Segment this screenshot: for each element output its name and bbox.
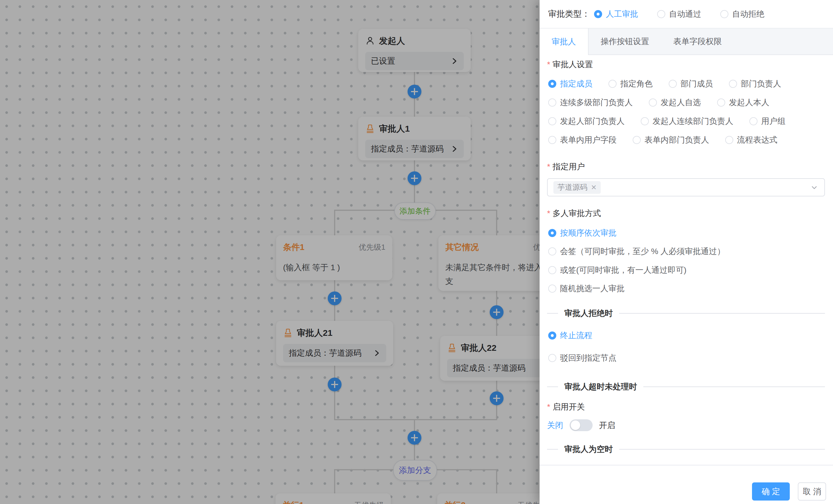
assign-user-select[interactable]: 芋道源码 ✕ (547, 178, 825, 196)
add-branch-button[interactable]: 添加分支 (393, 460, 437, 481)
parallel1-node[interactable]: 并行1 无优先级 (276, 493, 391, 504)
radio-label: 或签(可同时审批，有一人通过即可) (560, 264, 687, 276)
parallel2-title: 并行2 (444, 500, 466, 504)
approver22-node[interactable]: 审批人22 指定成员：芋道源码 (440, 336, 540, 381)
approver-setting-label: 审批人设置 (547, 58, 593, 71)
approver1-node[interactable]: 审批人1 指定成员：芋道源码 (358, 117, 471, 160)
start-node-summary-row[interactable]: 已设置 (365, 52, 464, 70)
radio-label: 人工审批 (606, 8, 638, 20)
chevron-down-icon (810, 183, 818, 192)
stamp-icon (365, 124, 375, 134)
add-node-button[interactable] (408, 171, 421, 185)
stamp-icon (447, 343, 457, 353)
start-node[interactable]: 发起人 已设置 (358, 29, 471, 72)
flow-canvas[interactable]: 发起人 已设置 审批人1 指定成员：芋道源码 (0, 0, 540, 504)
branch-merge-line (334, 419, 497, 420)
approver21-summary-row[interactable]: 指定成员：芋道源码 (283, 344, 386, 362)
radio-dot (548, 331, 556, 339)
radio-manual-approval[interactable]: 人工审批 (594, 8, 638, 20)
divider-line (547, 386, 558, 387)
condition-else-node[interactable]: 其它情况 优先级2 未满足其它条件时，将进入此分支 (438, 235, 540, 291)
radio-sequential-approval[interactable]: 按顺序依次审批 (548, 227, 617, 239)
radio-initiator-self[interactable]: 发起人本人 (717, 97, 769, 108)
radio-initiator-dept-leader[interactable]: 发起人部门负责人 (548, 116, 625, 127)
radio-return-to-node[interactable]: 驳回到指定节点 (548, 352, 617, 364)
radio-user-group[interactable]: 用户组 (749, 116, 785, 127)
tab-button-settings[interactable]: 操作按钮设置 (589, 28, 661, 54)
radio-dot (548, 284, 556, 293)
radio-label: 发起人本人 (729, 97, 769, 108)
chevron-right-icon (451, 57, 458, 65)
approver21-node[interactable]: 审批人21 指定成员：芋道源码 (276, 321, 393, 366)
radio-form-dept-leader[interactable]: 表单内部门负责人 (633, 134, 709, 146)
add-condition-button[interactable]: 添加条件 (394, 202, 436, 220)
parallel2-node[interactable]: 并行2 无优先级 (437, 493, 540, 504)
timeout-section-divider: 审批人超时未处理时 (547, 380, 825, 393)
radio-label: 表单内用户字段 (560, 134, 617, 146)
radio-dot (717, 99, 725, 106)
tab-form-field-permission[interactable]: 表单字段权限 (661, 28, 734, 54)
enable-switch-label: 启用开关 (547, 400, 585, 413)
radio-dot (725, 136, 733, 144)
radio-dot (649, 99, 657, 106)
radio-auto-approve[interactable]: 自动通过 (657, 8, 701, 20)
add-node-button[interactable] (408, 431, 421, 445)
multi-mode-label: 多人审批方式 (547, 207, 601, 220)
radio-multi-level-dept-leader[interactable]: 连续多级部门负责人 (548, 97, 633, 108)
timeout-enable-switch[interactable] (570, 419, 593, 431)
radio-dot (720, 10, 729, 18)
radio-or-sign[interactable]: 或签(可同时审批，有一人通过即可) (548, 264, 687, 276)
start-node-title: 发起人 (379, 36, 405, 46)
cancel-button[interactable]: 取 消 (798, 482, 826, 501)
radio-auto-reject[interactable]: 自动拒绝 (720, 8, 764, 20)
tab-label: 操作按钮设置 (601, 36, 649, 47)
switch-knob (571, 421, 580, 430)
user-tag-label: 芋道源码 (557, 182, 588, 193)
condition1-node[interactable]: 条件1 优先级1 (输入框 等于 1 ) (276, 235, 392, 280)
radio-label: 流程表达式 (737, 134, 777, 146)
radio-label: 指定成员 (560, 78, 592, 90)
radio-process-expression[interactable]: 流程表达式 (725, 134, 777, 146)
parallel2-priority: 无优先级 (517, 500, 540, 504)
stamp-icon (283, 328, 293, 338)
drawer-footer: 确 定 取 消 (540, 465, 833, 504)
radio-initiator-multi-dept-leader[interactable]: 发起人连续部门负责人 (641, 116, 733, 127)
workflow-designer: 发起人 已设置 审批人1 指定成员：芋道源码 (0, 0, 833, 504)
radio-dept-leader[interactable]: 部门负责人 (729, 78, 781, 90)
radio-dot (548, 266, 556, 274)
radio-label: 自动拒绝 (732, 8, 764, 20)
add-node-button[interactable] (490, 305, 503, 319)
radio-label: 自动通过 (669, 8, 701, 20)
approval-settings-drawer: 审批类型： 人工审批 自动通过 自动拒绝 审批人 操作按钮设置 表单字段权限 审… (540, 0, 833, 504)
add-node-button[interactable] (408, 85, 421, 99)
radio-dot (609, 80, 617, 88)
add-node-button[interactable] (490, 392, 503, 405)
radio-label: 随机挑选一人审批 (560, 283, 625, 294)
radio-assigned-role[interactable]: 指定角色 (609, 78, 652, 90)
radio-terminate-process[interactable]: 终止流程 (548, 330, 592, 341)
radio-assigned-member[interactable]: 指定成员 (548, 78, 592, 90)
radio-dot (548, 117, 556, 125)
settings-content[interactable]: 审批人设置 指定成员 指定角色 部门成员 部门负责人 连续多级部门负责人 发起人… (540, 55, 833, 454)
radio-dot (641, 117, 649, 125)
radio-label: 部门负责人 (741, 78, 781, 90)
remove-tag-icon[interactable]: ✕ (591, 184, 597, 191)
reject-section-divider: 审批人拒绝时 (547, 307, 825, 320)
add-node-button[interactable] (328, 378, 341, 392)
radio-label: 发起人部门负责人 (560, 116, 625, 127)
add-node-button[interactable] (328, 292, 341, 305)
tab-approver[interactable]: 审批人 (540, 28, 589, 55)
approver22-summary-row[interactable]: 指定成员：芋道源码 (447, 359, 540, 377)
radio-dot (548, 229, 556, 237)
condition1-expression: (输入框 等于 1 ) (283, 261, 385, 275)
radio-random-one[interactable]: 随机挑选一人审批 (548, 283, 625, 294)
radio-countersign[interactable]: 会签（可同时审批，至少 % 人必须审批通过） (548, 246, 725, 257)
condition-else-title: 其它情况 (445, 242, 479, 252)
user-tag: 芋道源码 ✕ (553, 181, 601, 194)
confirm-button[interactable]: 确 定 (752, 482, 790, 501)
radio-form-user-field[interactable]: 表单内用户字段 (548, 134, 617, 146)
approver1-summary-row[interactable]: 指定成员：芋道源码 (365, 140, 464, 158)
radio-initiator-choose[interactable]: 发起人自选 (649, 97, 701, 108)
radio-dept-member[interactable]: 部门成员 (669, 78, 713, 90)
approver1-node-title: 审批人1 (379, 124, 410, 134)
